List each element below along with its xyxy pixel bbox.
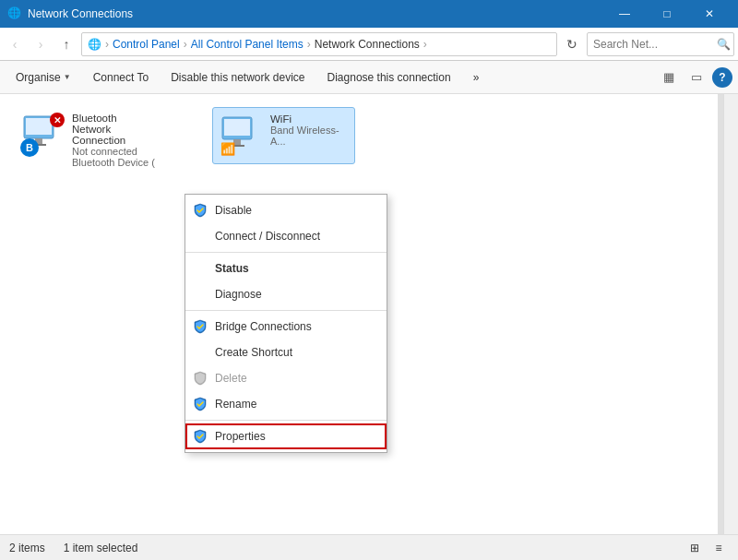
ctx-create-shortcut[interactable]: Create Shortcut	[185, 340, 387, 365]
title-bar: 🌐 Network Connections — □ ✕	[0, 0, 738, 28]
window-icon: 🌐	[7, 6, 22, 21]
connect-to-button[interactable]: Connect To	[83, 65, 160, 90]
address-bar: ‹ › ↑ 🌐 › Control Panel › All Control Pa…	[0, 28, 738, 61]
ctx-connect-disconnect[interactable]: Connect / Disconnect	[185, 223, 387, 249]
refresh-button[interactable]: ↻	[561, 33, 583, 55]
selected-count: 1 item selected	[64, 542, 138, 554]
back-button[interactable]: ‹	[4, 33, 26, 55]
bluetooth-network-item[interactable]: B ✕ Bluetooth Network Connection Not con…	[15, 107, 162, 173]
breadcrumb-current: Network Connections	[315, 38, 420, 51]
toolbar: Organise ▼ Connect To Disable this netwo…	[0, 61, 738, 94]
window-title: Network Connections	[28, 7, 603, 20]
ctx-diagnose[interactable]: Diagnose	[185, 281, 387, 307]
bluetooth-overlay-icon: B	[20, 138, 39, 157]
bluetooth-name: Bluetooth Network Connection	[72, 113, 157, 146]
ctx-disable[interactable]: Disable	[185, 197, 387, 223]
up-button[interactable]: ↑	[55, 33, 77, 55]
edge-strip	[718, 94, 723, 534]
properties-shield-icon	[193, 429, 208, 444]
organise-button[interactable]: Organise ▼	[6, 65, 81, 90]
ctx-sep-1	[185, 252, 387, 253]
ctx-sep-3	[185, 420, 387, 421]
help-button[interactable]: ?	[712, 67, 732, 88]
ctx-properties[interactable]: Properties	[185, 423, 387, 449]
error-overlay-icon: ✕	[50, 113, 65, 127]
scrollbar[interactable]	[723, 94, 738, 534]
breadcrumb[interactable]: 🌐 › Control Panel › All Control Panel It…	[81, 32, 557, 56]
main-content: B ✕ Bluetooth Network Connection Not con…	[0, 94, 738, 534]
panel-toggle-button[interactable]: ▭	[684, 66, 708, 89]
search-wrapper: 🔍	[587, 32, 734, 56]
rename-shield-icon	[193, 397, 208, 411]
organise-dropdown-icon: ▼	[64, 73, 71, 81]
bridge-shield-icon	[193, 319, 208, 334]
status-bar-right: ⊞ ≡	[684, 539, 729, 557]
breadcrumb-control-panel[interactable]: Control Panel	[113, 38, 180, 51]
wifi-network-item[interactable]: 📶 WiFi Band Wireless-A...	[212, 107, 355, 164]
large-icons-view-button[interactable]: ⊞	[684, 539, 705, 557]
search-input[interactable]	[587, 32, 734, 56]
view-options-button[interactable]: ▦	[657, 66, 681, 89]
bluetooth-device: Bluetooth Device (	[72, 157, 157, 168]
items-count: 2 items	[9, 542, 45, 554]
ctx-bridge-connections[interactable]: Bridge Connections	[185, 314, 387, 340]
home-icon: 🌐	[88, 38, 101, 51]
forward-button[interactable]: ›	[30, 33, 52, 55]
delete-shield-icon	[193, 371, 208, 386]
list-view-button[interactable]: ≡	[708, 539, 729, 557]
ctx-status[interactable]: Status	[185, 256, 387, 281]
ctx-rename[interactable]: Rename	[185, 391, 387, 417]
disable-button[interactable]: Disable this network device	[161, 65, 315, 90]
disable-shield-icon	[193, 203, 208, 218]
svg-rect-1	[26, 118, 52, 135]
wifi-name: WiFi	[270, 113, 349, 125]
search-icon[interactable]: 🔍	[717, 38, 731, 51]
ctx-delete[interactable]: Delete	[185, 365, 387, 391]
wifi-status: Band Wireless-A...	[270, 125, 349, 147]
toolbar-right: ▦ ▭ ?	[657, 66, 732, 89]
context-menu: Disable Connect / Disconnect Status Diag…	[184, 194, 387, 453]
svg-rect-5	[224, 119, 250, 136]
maximize-button[interactable]: □	[646, 0, 688, 28]
status-bar: 2 items 1 item selected ⊞ ≡	[0, 534, 738, 560]
breadcrumb-all-items[interactable]: All Control Panel Items	[191, 38, 304, 51]
bluetooth-status: Not connected	[72, 146, 157, 157]
minimize-button[interactable]: —	[603, 0, 646, 28]
ctx-sep-2	[185, 310, 387, 311]
diagnose-button[interactable]: Diagnose this connection	[317, 65, 461, 90]
more-button[interactable]: »	[463, 65, 490, 90]
wifi-overlay-icon: 📶	[219, 139, 237, 158]
close-button[interactable]: ✕	[688, 0, 731, 28]
window-controls: — □ ✕	[603, 0, 731, 28]
